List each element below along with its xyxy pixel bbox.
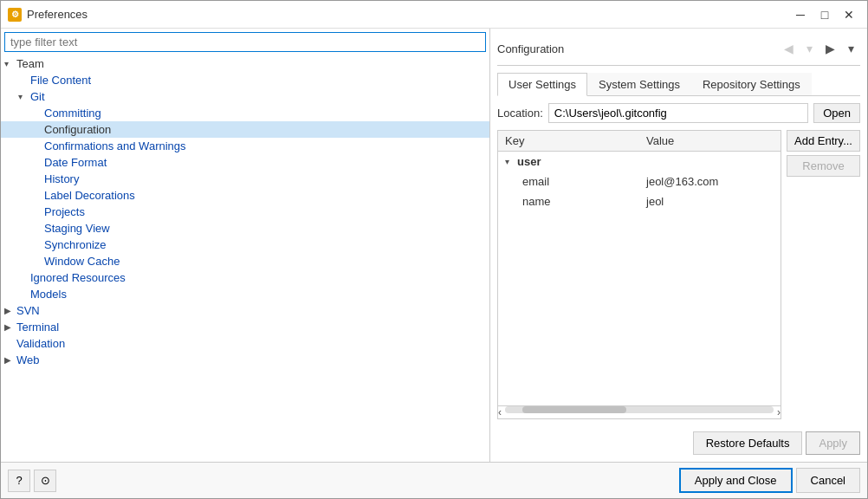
location-row: Location: Open bbox=[497, 103, 860, 123]
tree-item-web[interactable]: ▶ Web bbox=[1, 352, 489, 368]
location-input[interactable] bbox=[548, 103, 808, 123]
tree-item-label: Committing bbox=[44, 107, 101, 120]
panel-title: Configuration ◀ ▾ ▶ ▾ bbox=[497, 36, 860, 66]
table-row[interactable]: email jeol@163.com bbox=[498, 172, 781, 191]
main-content: ▾ Team File Content ▾ Git Committing bbox=[1, 29, 867, 462]
scroll-left-button[interactable]: ‹ bbox=[498, 406, 502, 418]
user-key: user bbox=[517, 155, 541, 168]
tree-item-window-cache[interactable]: Window Cache bbox=[1, 253, 489, 269]
tree-item-file-content[interactable]: File Content bbox=[1, 72, 489, 88]
table-row-empty bbox=[498, 263, 781, 281]
apply-button[interactable]: Apply bbox=[806, 431, 860, 455]
tab-repository-settings[interactable]: Repository Settings bbox=[691, 73, 812, 95]
table-row-empty bbox=[498, 281, 781, 298]
tree-item-staging-view[interactable]: Staging View bbox=[1, 220, 489, 237]
tree-item-team[interactable]: ▾ Team bbox=[1, 55, 489, 72]
table-row-empty bbox=[498, 211, 781, 229]
apply-close-button[interactable]: Apply and Close bbox=[679, 468, 793, 493]
tree-item-label: Team bbox=[16, 57, 44, 70]
settings-tabs: User Settings System Settings Repository… bbox=[497, 73, 860, 96]
tree-item-history[interactable]: History bbox=[1, 171, 489, 187]
tree-item-label: Synchronize bbox=[44, 238, 107, 251]
tree-item-validation[interactable]: Validation bbox=[1, 335, 489, 352]
panel-title-text: Configuration bbox=[497, 42, 564, 55]
chevron-icon: ▾ bbox=[18, 92, 30, 101]
help-icon: ? bbox=[16, 474, 22, 487]
table-body: ▾ user email jeol@163.com bbox=[498, 152, 781, 405]
tree-item-configuration[interactable]: Configuration bbox=[1, 121, 489, 138]
tree-item-git[interactable]: ▾ Git bbox=[1, 88, 489, 105]
tree-item-label: Git bbox=[30, 90, 45, 103]
tree-item-terminal[interactable]: ▶ Terminal bbox=[1, 319, 489, 335]
forward-dropdown-button[interactable]: ▾ bbox=[841, 39, 860, 58]
tree-item-label: Projects bbox=[44, 205, 85, 218]
table-row-empty bbox=[498, 229, 781, 246]
table-row-empty bbox=[498, 315, 781, 333]
tree-item-svn[interactable]: ▶ SVN bbox=[1, 302, 489, 319]
tree-item-label: Confirmations and Warnings bbox=[44, 139, 186, 152]
footer-buttons: Apply and Close Cancel bbox=[679, 468, 860, 493]
table-cell-key: ▾ user bbox=[498, 153, 639, 170]
open-button[interactable]: Open bbox=[813, 103, 860, 123]
title-controls: ─ □ ✕ bbox=[789, 5, 860, 24]
tab-user-settings[interactable]: User Settings bbox=[497, 73, 587, 96]
table-cell-value: jeol@163.com bbox=[639, 173, 781, 190]
chevron-right-icon: ▶ bbox=[4, 322, 16, 332]
chevron-right-icon: ▶ bbox=[4, 355, 16, 365]
tree-area: ▾ Team File Content ▾ Git Committing bbox=[1, 55, 489, 462]
tree-item-models[interactable]: Models bbox=[1, 286, 489, 302]
scroll-right-button[interactable]: › bbox=[777, 406, 781, 418]
table-row[interactable]: name jeol bbox=[498, 191, 781, 211]
close-button[interactable]: ✕ bbox=[838, 5, 860, 24]
restore-defaults-button[interactable]: Restore Defaults bbox=[693, 431, 803, 455]
help-button[interactable]: ? bbox=[8, 470, 30, 492]
footer-icons: ? ⊙ bbox=[8, 470, 56, 492]
minimize-button[interactable]: ─ bbox=[789, 5, 812, 24]
tree-item-label-decorations[interactable]: Label Decorations bbox=[1, 187, 489, 204]
tree-item-projects[interactable]: Projects bbox=[1, 204, 489, 220]
table-header: Key Value bbox=[498, 131, 781, 152]
col-header-key: Key bbox=[498, 131, 639, 151]
scroll-track bbox=[505, 406, 774, 413]
config-table-outer: Key Value ▾ user bbox=[497, 130, 860, 419]
title-bar: ⚙ Preferences ─ □ ✕ bbox=[1, 1, 867, 29]
bottom-row: Restore Defaults Apply bbox=[497, 426, 860, 455]
table-row[interactable]: ▾ user bbox=[498, 152, 781, 172]
preferences-icon-button[interactable]: ⊙ bbox=[34, 470, 56, 492]
remove-button[interactable]: Remove bbox=[787, 155, 860, 177]
back-button[interactable]: ◀ bbox=[779, 39, 798, 58]
filter-input[interactable] bbox=[4, 32, 486, 52]
table-cell-value bbox=[639, 160, 781, 164]
tree-item-synchronize[interactable]: Synchronize bbox=[1, 237, 489, 253]
tree-item-committing[interactable]: Committing bbox=[1, 105, 489, 121]
app-icon: ⚙ bbox=[8, 8, 22, 22]
tree-item-date-format[interactable]: Date Format bbox=[1, 154, 489, 171]
chevron-icon: ▾ bbox=[4, 59, 16, 68]
cancel-button[interactable]: Cancel bbox=[796, 468, 860, 493]
tree-item-label: Web bbox=[16, 353, 40, 366]
tree-item-label: Staging View bbox=[44, 222, 110, 235]
table-cell-value: jeol bbox=[639, 193, 781, 210]
preferences-icon: ⊙ bbox=[41, 474, 50, 487]
tree-item-confirmations[interactable]: Confirmations and Warnings bbox=[1, 138, 489, 154]
tab-system-settings[interactable]: System Settings bbox=[587, 73, 691, 95]
chevron-down-icon: ▾ bbox=[505, 157, 517, 166]
left-panel: ▾ Team File Content ▾ Git Committing bbox=[1, 29, 490, 462]
back-dropdown-button[interactable]: ▾ bbox=[800, 39, 819, 58]
forward-button[interactable]: ▶ bbox=[820, 39, 839, 58]
table-cell-key: email bbox=[498, 173, 639, 190]
location-label: Location: bbox=[497, 107, 543, 120]
table-row-empty bbox=[498, 298, 781, 315]
right-panel: Configuration ◀ ▾ ▶ ▾ User Settings Syst… bbox=[490, 29, 867, 462]
title-bar-left: ⚙ Preferences bbox=[8, 8, 87, 22]
maximize-button[interactable]: □ bbox=[813, 5, 836, 24]
col-header-value: Value bbox=[639, 131, 781, 151]
tree-item-label: Label Decorations bbox=[44, 189, 135, 202]
tree-item-label: Configuration bbox=[44, 123, 111, 136]
footer: ? ⊙ Apply and Close Cancel bbox=[1, 462, 867, 498]
tree-item-label: Ignored Resources bbox=[30, 271, 126, 284]
add-entry-button[interactable]: Add Entry... bbox=[787, 130, 860, 152]
tree-item-label: Validation bbox=[16, 337, 65, 350]
tree-item-label: Date Format bbox=[44, 156, 107, 169]
tree-item-ignored-resources[interactable]: Ignored Resources bbox=[1, 269, 489, 286]
